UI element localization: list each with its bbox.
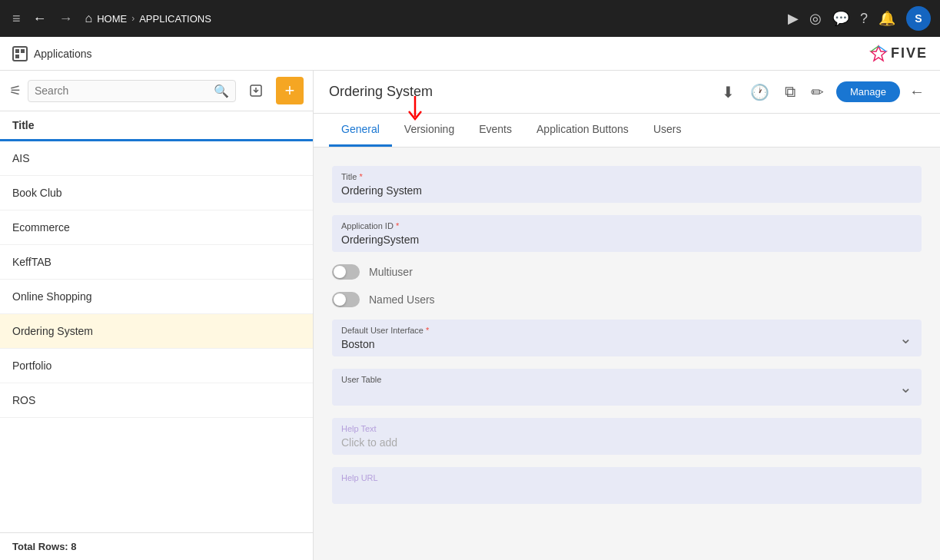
history-icon[interactable]: 🕐	[747, 80, 772, 104]
default-ui-value[interactable]: Boston	[341, 338, 899, 350]
bell-icon[interactable]: 🔔	[879, 10, 895, 27]
menu-icon[interactable]: ≡	[9, 8, 24, 30]
tab-general[interactable]: General	[329, 114, 392, 147]
list-item-active[interactable]: Ordering System	[0, 314, 313, 349]
title-label: Title *	[341, 172, 912, 181]
form-area: Title * Ordering System Application ID *…	[314, 147, 940, 560]
help-url-field[interactable]: Help URL	[332, 467, 922, 504]
tab-versioning[interactable]: Versioning	[392, 114, 467, 147]
user-table-label: User Table	[341, 375, 899, 384]
top-right-icons: ▶ ◎ 💬 ? 🔔 S	[788, 6, 931, 31]
sub-header: Applications FIVE	[0, 37, 940, 71]
tab-events[interactable]: Events	[467, 114, 524, 147]
help-url-label: Help URL	[341, 473, 912, 482]
manage-button[interactable]: Manage	[836, 81, 900, 102]
help-icon[interactable]: ?	[860, 11, 868, 27]
app-icon	[12, 46, 28, 61]
right-panel-header: Ordering System ⬇ 🕐 ⧉ ✏ Manage ←	[314, 71, 940, 114]
home-label[interactable]: HOME	[97, 13, 127, 25]
list-footer: Total Rows: 8	[0, 532, 313, 560]
user-table-value[interactable]	[341, 387, 899, 399]
title-field[interactable]: Title * Ordering System	[332, 166, 922, 203]
app-title-bar: Applications	[12, 46, 92, 61]
top-nav: ≡ ← → ⌂ HOME › APPLICATIONS ▶ ◎ 💬 ? 🔔 S	[0, 0, 940, 37]
sub-header-title: Applications	[34, 48, 92, 60]
tab-users[interactable]: Users	[641, 114, 694, 147]
copy-icon[interactable]: ⧉	[782, 80, 799, 104]
search-input[interactable]	[35, 84, 214, 97]
app-id-field[interactable]: Application ID * OrderingSystem	[332, 215, 922, 252]
chat-icon[interactable]: 💬	[832, 10, 849, 27]
svg-rect-0	[15, 49, 19, 53]
search-icon: 🔍	[214, 84, 229, 98]
help-text-placeholder[interactable]: Click to add	[341, 436, 397, 449]
default-ui-dropdown-icon[interactable]: ⌄	[899, 329, 912, 347]
tabs: General Versioning Events Application Bu…	[314, 114, 940, 147]
avatar[interactable]: S	[906, 6, 931, 31]
panel-back-icon[interactable]: ←	[909, 83, 925, 101]
default-ui-content: Default User Interface * Boston	[341, 326, 899, 350]
list-item[interactable]: Ecommerce	[0, 210, 313, 245]
svg-rect-1	[21, 49, 25, 53]
user-table-dropdown-icon[interactable]: ⌄	[899, 378, 912, 396]
home-icon: ⌂	[85, 12, 93, 25]
list-item[interactable]: Book Club	[0, 176, 313, 210]
list-header: Title	[0, 111, 313, 141]
list-item[interactable]: Online Shopping	[0, 280, 313, 314]
right-panel: Ordering System ⬇ 🕐 ⧉ ✏ Manage ← General…	[314, 71, 940, 560]
default-ui-field[interactable]: Default User Interface * Boston ⌄	[332, 320, 922, 356]
tab-application-buttons[interactable]: Application Buttons	[524, 114, 641, 147]
five-logo-text: FIVE	[891, 45, 928, 61]
toolbar: ⚟ 🔍 +	[0, 71, 313, 111]
list-item[interactable]: Portfolio	[0, 349, 313, 383]
five-logo: FIVE	[869, 45, 928, 63]
named-users-toggle[interactable]	[332, 292, 360, 307]
svg-rect-2	[15, 55, 19, 58]
search-box[interactable]: 🔍	[28, 80, 236, 102]
breadcrumb-sep1: ›	[131, 13, 135, 24]
list-item[interactable]: AIS	[0, 141, 313, 176]
multiuser-label: Multiuser	[369, 266, 413, 278]
add-button[interactable]: +	[276, 77, 304, 104]
named-users-label: Named Users	[369, 293, 435, 306]
breadcrumb: ⌂ HOME › APPLICATIONS	[85, 12, 211, 25]
list-item[interactable]: ROS	[0, 383, 313, 418]
multiuser-row: Multiuser	[332, 264, 922, 280]
back-nav-icon[interactable]: ←	[30, 8, 50, 30]
main-layout: ⚟ 🔍 + Title AIS Book Club Ecommerce Keff…	[0, 71, 940, 560]
edit-icon[interactable]: ✏	[808, 80, 827, 104]
help-text-field[interactable]: Help Text Click to add	[332, 418, 922, 455]
multiuser-toggle[interactable]	[332, 264, 360, 280]
five-star-icon	[869, 45, 888, 63]
export-button[interactable]	[242, 77, 270, 104]
download-icon[interactable]: ⬇	[719, 80, 738, 104]
help-text-label: Help Text	[341, 424, 912, 433]
filter-icon[interactable]: ⚟	[9, 82, 22, 99]
panel-title: Ordering System	[329, 84, 433, 100]
user-table-content: User Table	[341, 375, 899, 399]
app-id-label: Application ID *	[341, 221, 912, 230]
default-ui-label: Default User Interface *	[341, 326, 899, 335]
user-table-field[interactable]: User Table ⌄	[332, 369, 922, 406]
app-id-value[interactable]: OrderingSystem	[341, 234, 912, 246]
title-value[interactable]: Ordering System	[341, 184, 912, 197]
panel-actions: ⬇ 🕐 ⧉ ✏ Manage ←	[719, 80, 925, 104]
play-icon[interactable]: ▶	[788, 10, 799, 27]
list-items: AIS Book Club Ecommerce KeffTAB Online S…	[0, 141, 313, 532]
forward-nav-icon[interactable]: →	[56, 8, 76, 30]
broadcast-icon[interactable]: ◎	[809, 10, 822, 27]
list-item[interactable]: KeffTAB	[0, 245, 313, 280]
named-users-row: Named Users	[332, 292, 922, 307]
apps-label[interactable]: APPLICATIONS	[139, 13, 211, 25]
left-panel: ⚟ 🔍 + Title AIS Book Club Ecommerce Keff…	[0, 71, 314, 560]
